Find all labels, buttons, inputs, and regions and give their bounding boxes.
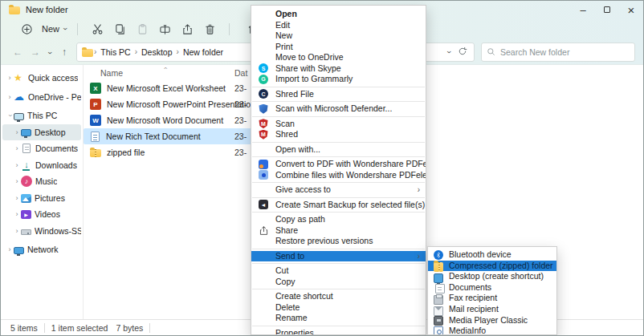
menu-item-print[interactable]: Print — [251, 42, 426, 53]
sidebar-item-downloads[interactable]: Downloads — [2, 157, 81, 174]
menu-item-delete[interactable]: Delete — [251, 302, 426, 314]
search-box[interactable] — [481, 43, 635, 62]
menu-item-scan[interactable]: Scan — [251, 119, 426, 130]
sidebar-item-videos[interactable]: Videos — [2, 206, 81, 223]
menu-item-shred[interactable]: Shred — [251, 129, 426, 140]
menu-item-copy[interactable]: Copy — [251, 277, 426, 288]
explorer-window: New folder New Sort — [0, 0, 644, 336]
excel-icon — [90, 83, 101, 94]
menu-item-send-to[interactable]: Send to — [251, 251, 426, 262]
file-row-excel[interactable]: New Microsoft Excel Worksheet 23- — [84, 80, 268, 96]
maximize-button[interactable] — [595, 1, 619, 18]
paste-button[interactable] — [131, 20, 153, 38]
sidebar-item-onedrive[interactable]: OneDrive - Personal — [2, 89, 81, 106]
minimize-button[interactable] — [571, 1, 595, 18]
recent-locations-chevron-icon[interactable] — [46, 51, 54, 54]
sidebar-item-music[interactable]: Music — [2, 173, 81, 190]
menu-separator — [252, 156, 425, 157]
menu-item-give-access-to[interactable]: Give access to — [251, 184, 426, 196]
menu-item-cut[interactable]: Cut — [251, 265, 426, 277]
up-button[interactable] — [55, 47, 73, 58]
grammarly-icon — [259, 75, 268, 84]
videos-icon — [21, 210, 31, 219]
menu-item-new[interactable]: New — [251, 30, 426, 42]
menu-item-rename[interactable]: Rename — [251, 313, 426, 324]
column-header-name[interactable]: Name — [100, 68, 123, 78]
breadcrumb-desktop[interactable]: Desktop — [138, 47, 176, 57]
navigation-pane: Quick access OneDrive - Personal This PC… — [1, 65, 84, 319]
sidebar-item-desktop[interactable]: Desktop — [2, 124, 81, 141]
menu-item-share-with-skype[interactable]: Share with Skype — [251, 63, 426, 75]
menu-item-copy-as-path[interactable]: Copy as path — [251, 214, 426, 225]
file-row-word[interactable]: New Microsoft Word Document 23- — [84, 112, 268, 128]
delete-button[interactable] — [198, 20, 221, 38]
selection-size: 7 bytes — [116, 323, 143, 333]
submenu-item-desktop-create-shortcut[interactable]: Desktop (create shortcut) — [428, 271, 556, 282]
desktop-icon — [21, 129, 31, 136]
word-icon — [90, 115, 101, 126]
file-row-zipped[interactable]: zipped file 23- — [84, 144, 268, 160]
submenu-item-bluetooth-device[interactable]: Bluetooth device — [428, 249, 556, 261]
search-icon — [487, 47, 495, 56]
menu-separator — [252, 249, 425, 249]
menu-item-scan-with-defender[interactable]: Scan with Microsoft Defender... — [251, 103, 426, 115]
submenu-item-mediainfo[interactable]: MediaInfo — [428, 326, 556, 335]
forward-button[interactable] — [26, 47, 44, 58]
smart-backup-icon — [259, 200, 268, 209]
chevron-down-icon — [6, 111, 14, 119]
menu-item-shred-file[interactable]: Shred File — [251, 89, 426, 100]
file-row-powerpoint[interactable]: New Microsoft PowerPoint Presentation 23… — [84, 96, 268, 112]
submenu-chevron-icon — [418, 251, 420, 262]
menu-item-edit[interactable]: Edit — [251, 20, 426, 31]
chevron-right-icon — [13, 144, 21, 152]
menu-item-properties[interactable]: Properties — [251, 328, 426, 336]
submenu-item-mail-recipient[interactable]: Mail recipient — [428, 304, 556, 315]
menu-separator — [252, 87, 425, 87]
breadcrumb-this-pc[interactable]: This PC — [97, 47, 133, 57]
sidebar-item-documents[interactable]: Documents — [2, 140, 81, 157]
sidebar-item-this-pc[interactable]: This PC — [2, 107, 81, 124]
back-button[interactable] — [9, 47, 26, 58]
menu-item-create-shortcut[interactable]: Create shortcut — [251, 291, 426, 302]
window-title: New folder — [26, 5, 68, 14]
sidebar-item-network[interactable]: Network — [2, 241, 81, 258]
submenu-item-fax-recipient[interactable]: Fax recipient — [428, 293, 556, 304]
menu-item-combine-files[interactable]: Combine files with Wondershare PDFelemen… — [251, 170, 426, 181]
menu-item-open-with[interactable]: Open with... — [251, 144, 426, 156]
breadcrumb-new-folder[interactable]: New folder — [180, 47, 226, 57]
downloads-icon — [21, 160, 32, 171]
menu-item-share[interactable]: Share — [251, 225, 426, 237]
new-button[interactable]: New — [12, 20, 69, 38]
menu-item-import-to-grammarly[interactable]: Import to Grammarly — [251, 74, 426, 85]
submenu-item-documents[interactable]: Documents — [428, 282, 556, 293]
pdfelement-icon — [259, 160, 268, 169]
sidebar-item-pictures[interactable]: Pictures — [2, 190, 81, 207]
menu-item-move-to-onedrive[interactable]: Move to OneDrive — [251, 52, 426, 63]
copy-button[interactable] — [108, 20, 131, 38]
submenu-item-compressed-zipped-folder[interactable]: Compressed (zipped) folder — [428, 261, 556, 272]
submenu-item-media-player-classic[interactable]: Media Player Classic — [428, 315, 556, 326]
rename-button[interactable] — [153, 20, 176, 38]
column-header-date[interactable]: Dat — [234, 68, 247, 78]
cut-button[interactable] — [86, 20, 108, 38]
menu-item-convert-to-pdf[interactable]: Convert to PDF with Wondershare PDFeleme… — [251, 159, 426, 170]
menu-separator — [252, 289, 425, 289]
menu-item-open[interactable]: Open — [251, 9, 426, 20]
send-to-submenu: Bluetooth device Compressed (zipped) fol… — [427, 246, 557, 335]
pictures-icon — [21, 194, 31, 203]
file-row-rich-text[interactable]: New Rich Text Document 23- — [84, 128, 268, 144]
close-button[interactable] — [619, 1, 643, 18]
search-input[interactable] — [500, 47, 630, 57]
refresh-icon[interactable] — [458, 47, 467, 58]
chevron-right-icon — [6, 93, 14, 101]
network-icon — [14, 247, 24, 254]
sidebar-item-quick-access[interactable]: Quick access — [2, 70, 81, 87]
share-button[interactable] — [176, 20, 198, 38]
selection-status: 1 item selected — [51, 323, 108, 333]
address-dropdown-chevron-icon[interactable] — [444, 51, 452, 53]
sidebar-item-windows-ssd[interactable]: Windows-SSD (C:) — [2, 223, 81, 240]
status-separator — [44, 323, 45, 333]
menu-item-create-smart-backup[interactable]: Create Smart Backup for selected file(s) — [251, 200, 426, 211]
share-icon — [259, 225, 268, 235]
menu-item-restore-previous-versions[interactable]: Restore previous versions — [251, 236, 426, 247]
